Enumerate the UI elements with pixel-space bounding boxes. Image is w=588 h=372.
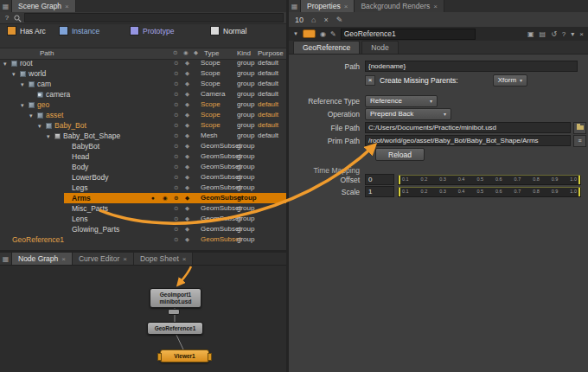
- tree-row-cam[interactable]: ▾cam⊙◆Scopegroupdefault: [0, 79, 286, 89]
- node-color-tag[interactable]: [303, 29, 316, 38]
- render-flag-icon[interactable]: ◆: [185, 131, 189, 141]
- close-icon[interactable]: ×: [65, 3, 69, 10]
- help-icon[interactable]: ?: [3, 14, 11, 22]
- layers-icon[interactable]: ▣: [527, 30, 534, 38]
- help-icon[interactable]: ?: [562, 30, 566, 38]
- render-flag-icon[interactable]: ◆: [185, 162, 189, 172]
- reload-button[interactable]: Reload: [375, 148, 425, 161]
- search-input[interactable]: [24, 13, 284, 22]
- home-icon[interactable]: ⌂: [311, 16, 316, 24]
- range-end-marker[interactable]: [578, 176, 580, 184]
- tab-background-renders[interactable]: Background Renders×: [355, 0, 444, 12]
- range-start-marker[interactable]: [399, 188, 400, 196]
- scale-timeline[interactable]: 0.10.20.30.40.50.60.70.80.91.0: [398, 187, 581, 197]
- node-viewer1[interactable]: Viewer1: [160, 350, 209, 362]
- range-end-marker[interactable]: [578, 188, 580, 196]
- file-path-field[interactable]: [365, 122, 571, 133]
- browse-folder-button[interactable]: [573, 122, 586, 134]
- visibility-icon[interactable]: ⊙: [174, 183, 178, 193]
- edit-icon[interactable]: ✎: [336, 16, 343, 24]
- clear-icon[interactable]: ×: [323, 16, 328, 24]
- tab-properties[interactable]: Properties×: [301, 0, 355, 12]
- visibility-icon[interactable]: ⊙: [174, 214, 178, 224]
- close-icon[interactable]: ×: [61, 255, 66, 263]
- range-start-marker[interactable]: [399, 176, 400, 184]
- render-flag-icon[interactable]: ◆: [185, 203, 189, 214]
- visibility-icon[interactable]: ⊙: [174, 99, 178, 110]
- create-missing-parents-checkbox[interactable]: ×: [365, 75, 375, 86]
- render-flag-icon[interactable]: ◆: [185, 193, 189, 203]
- close-icon[interactable]: ×: [579, 30, 584, 38]
- pane-menu-icon[interactable]: ▦: [0, 253, 12, 265]
- pane-menu-icon[interactable]: ▦: [289, 0, 301, 12]
- render-flag-icon[interactable]: ◆: [185, 234, 189, 245]
- prim-path-field[interactable]: [365, 135, 571, 146]
- tab-curve-editor[interactable]: Curve Editor×: [73, 253, 134, 265]
- visibility-icon[interactable]: ⊙: [174, 131, 178, 141]
- tree-row-arms[interactable]: Arms●◉⊙◆GeomSubsetgroup: [0, 193, 286, 203]
- prim-browser-button[interactable]: ≡: [573, 135, 586, 147]
- visibility-icon[interactable]: ⊙: [174, 68, 178, 79]
- collapse-triangle-icon[interactable]: ▼: [293, 31, 298, 36]
- visibility-icon[interactable]: ⊙: [174, 203, 178, 214]
- visibility-icon[interactable]: ⊙: [174, 193, 178, 203]
- tree-row-baby_bot_shape[interactable]: ▾Baby_Bot_Shape⊙◆Meshgroupdefault: [0, 131, 286, 141]
- visibility-icon[interactable]: ⊙: [174, 162, 178, 172]
- reference-type-dropdown[interactable]: Reference ▾: [365, 95, 438, 107]
- visibility-icon[interactable]: ⊙: [174, 110, 178, 120]
- tree-row-legs[interactable]: Legs⊙◆GeomSubsetgroup: [0, 183, 286, 193]
- render-flag-icon[interactable]: ◆: [185, 141, 189, 151]
- tree-row-head[interactable]: Head⊙◆GeomSubsetgroup: [0, 151, 286, 162]
- visibility-icon[interactable]: ⊙: [174, 89, 178, 99]
- tree-row-babybot[interactable]: BabyBot⊙◆GeomSubsetgroup: [0, 141, 286, 151]
- visibility-icon[interactable]: ⊙: [174, 224, 178, 234]
- render-flag-icon[interactable]: ◆: [185, 172, 189, 183]
- close-icon[interactable]: ×: [344, 3, 348, 10]
- tree-row-world[interactable]: ▾world⊙◆Scopegroupdefault: [0, 68, 286, 79]
- tree-row-asset[interactable]: ▾asset⊙◆Scopegroupdefault: [0, 110, 286, 120]
- render-flag-icon[interactable]: ◆: [185, 79, 189, 89]
- tree-row-root[interactable]: ▾root⊙◆Scopegroupdefault: [0, 58, 286, 68]
- visibility-icon[interactable]: ⊙: [174, 151, 178, 162]
- close-icon[interactable]: ×: [433, 3, 438, 10]
- pane-menu-icon[interactable]: ▦: [0, 0, 12, 12]
- operation-dropdown[interactable]: Prepend Back ▾: [365, 108, 451, 120]
- visibility-icon[interactable]: ⊙: [174, 58, 178, 68]
- tab-dope-sheet[interactable]: Dope Sheet×: [134, 253, 194, 265]
- panel-icon[interactable]: ▤: [540, 30, 546, 38]
- visibility-icon[interactable]: ⊙: [174, 141, 178, 151]
- tab-scene-graph[interactable]: Scene Graph×: [12, 0, 76, 12]
- tree-row-camera[interactable]: camera⊙◆Cameragroupdefault: [0, 89, 286, 99]
- tree-row-body[interactable]: Body⊙◆GeomSubsetgroup: [0, 162, 286, 172]
- render-flag-icon[interactable]: ◆: [185, 214, 189, 224]
- render-flag-icon[interactable]: ◆: [185, 89, 189, 99]
- node-graph-canvas[interactable]: GeoImport1 minibot.usd GeoReference1 Vie…: [0, 266, 286, 372]
- visibility-icon[interactable]: ⊙: [174, 120, 178, 131]
- render-flag-icon[interactable]: ◆: [185, 120, 189, 131]
- tree-row-misc_parts[interactable]: Misc_Parts⊙◆GeomSubsetgroup: [0, 203, 286, 214]
- render-flag-icon[interactable]: ◆: [185, 58, 189, 68]
- menu-arrow-icon[interactable]: ▾: [571, 30, 574, 38]
- param-tab-georeference[interactable]: GeoReference: [293, 41, 360, 54]
- tree-row-lens[interactable]: Lens⊙◆GeomSubsetgroup: [0, 214, 286, 224]
- path-field[interactable]: [365, 61, 578, 72]
- close-icon[interactable]: ×: [182, 255, 187, 263]
- visibility-icon[interactable]: ⊙: [174, 234, 178, 245]
- render-flag-icon[interactable]: ◆: [185, 151, 189, 162]
- node-name-field[interactable]: [341, 29, 476, 40]
- visibility-icon[interactable]: ⊙: [174, 172, 178, 183]
- selected-eye-icon[interactable]: ◉: [163, 193, 168, 203]
- node-geoimport1[interactable]: GeoImport1 minibot.usd: [150, 288, 201, 308]
- edit-pencil-icon[interactable]: ✎: [330, 30, 336, 38]
- view-eye-icon[interactable]: ◉: [320, 30, 326, 38]
- render-flag-icon[interactable]: ◆: [185, 68, 189, 79]
- tree-row-lowerbody[interactable]: LowerBody⊙◆GeomSubsetgroup: [0, 172, 286, 183]
- tree-row-geo[interactable]: ▾geo⊙◆Scopegroupdefault: [0, 99, 286, 110]
- param-tab-node[interactable]: Node: [361, 41, 398, 54]
- tree-row-baby_bot[interactable]: ▾Baby_Bot⊙◆Scopegroupdefault: [0, 120, 286, 131]
- reset-icon[interactable]: ↺: [551, 30, 557, 38]
- render-flag-icon[interactable]: ◆: [185, 183, 189, 193]
- render-flag-icon[interactable]: ◆: [185, 224, 189, 234]
- close-icon[interactable]: ×: [123, 255, 127, 263]
- tab-node-graph[interactable]: Node Graph×: [12, 253, 73, 265]
